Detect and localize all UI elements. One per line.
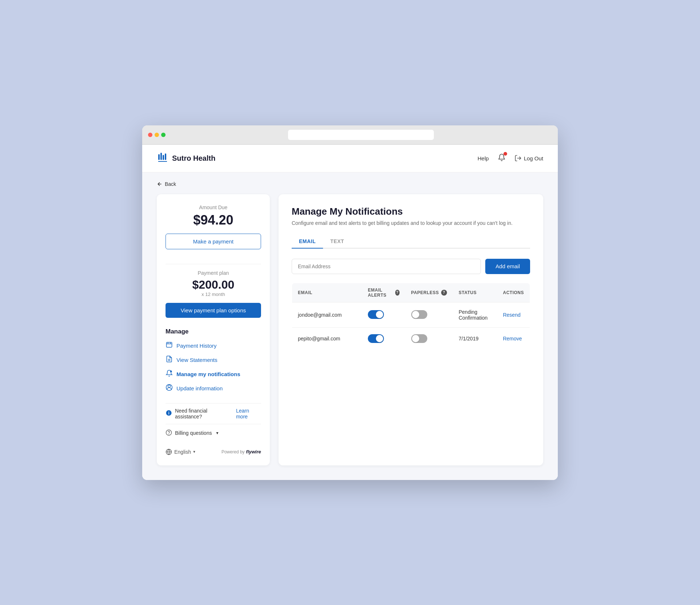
language-selector[interactable]: English ▾: [166, 449, 195, 455]
table-row: pepito@gmail.com: [292, 327, 530, 350]
billing-questions-label: Billing questions: [175, 430, 212, 436]
payment-history-label: Payment History: [176, 343, 217, 349]
alerts-toggle-1[interactable]: [368, 310, 384, 319]
billing-questions[interactable]: Billing questions ▾: [166, 429, 261, 437]
th-email: EMAIL: [292, 283, 362, 302]
financial-learn-more-link[interactable]: Learn more: [236, 408, 261, 419]
paperless-track-1[interactable]: [411, 310, 427, 319]
info-icon: [166, 410, 172, 417]
back-label: Back: [165, 181, 176, 187]
action-cell-2: Remove: [497, 327, 530, 350]
url-bar[interactable]: [288, 130, 434, 140]
toggle-track-1[interactable]: [368, 310, 384, 319]
paperless-thumb-2: [412, 335, 419, 342]
manage-links: Payment History View: [166, 341, 261, 393]
panel-title: Manage My Notifications: [292, 206, 530, 217]
manage-link-statements[interactable]: View Statements: [166, 355, 261, 364]
status-cell-1: Pending Confirmation: [453, 302, 497, 327]
th-actions: ACTIONS: [497, 283, 530, 302]
help-link[interactable]: Help: [478, 155, 489, 161]
financial-assist: Need financial assistance? Learn more: [166, 403, 261, 424]
tab-text[interactable]: TEXT: [323, 235, 351, 249]
svg-rect-1: [160, 153, 162, 160]
minimize-dot[interactable]: [155, 133, 159, 137]
left-panel: Amount Due $94.20 Make a payment Payment…: [157, 194, 270, 465]
toggle-thumb-1: [376, 311, 383, 318]
email-cell-1: jondoe@gmail.com: [292, 302, 362, 327]
email-alerts-help-icon[interactable]: ?: [395, 290, 400, 296]
svg-point-13: [170, 370, 172, 372]
language-label: English: [174, 449, 191, 455]
maximize-dot[interactable]: [161, 133, 166, 137]
payment-plan-label: Payment plan: [166, 270, 261, 276]
payment-plan-value: $200.00: [166, 278, 261, 292]
financial-text: Need financial assistance?: [175, 408, 233, 419]
status-badge-1: Pending Confirmation: [459, 309, 487, 321]
logout-button[interactable]: Log Out: [514, 155, 543, 162]
svg-rect-2: [163, 155, 164, 160]
right-panel: Manage My Notifications Configure email …: [279, 194, 543, 465]
back-link[interactable]: Back: [157, 181, 543, 187]
add-email-button[interactable]: Add email: [485, 259, 530, 274]
table-body: jondoe@gmail.com: [292, 302, 530, 350]
resend-link-1[interactable]: Resend: [503, 312, 520, 318]
paperless-track-2[interactable]: [411, 334, 427, 343]
th-status: STATUS: [453, 283, 497, 302]
alerts-toggle-cell-2: [362, 327, 405, 350]
update-info-label: Update information: [176, 385, 223, 391]
svg-point-14: [168, 385, 171, 387]
paperless-thumb-1: [412, 311, 419, 318]
notification-button[interactable]: [498, 153, 506, 163]
notifications-icon: [166, 370, 173, 379]
notification-badge: [503, 152, 507, 156]
manage-link-payment-history[interactable]: Payment History: [166, 341, 261, 350]
th-email-alerts: EMAIL ALERTS ?: [362, 283, 405, 302]
logo-icon: [157, 151, 168, 165]
browser-chrome: [142, 125, 558, 145]
main-content: Back Amount Due $94.20 Make a payment Pa…: [142, 172, 558, 480]
email-input[interactable]: [292, 259, 481, 274]
status-badge-2: 7/1/2019: [459, 336, 479, 341]
close-dot[interactable]: [148, 133, 152, 137]
svg-rect-7: [167, 342, 172, 347]
svg-rect-3: [165, 153, 166, 160]
amount-due-value: $94.20: [166, 212, 261, 228]
manage-section-title: Manage: [166, 328, 261, 335]
panel-subtitle: Configure email and text alerts to get b…: [292, 220, 530, 226]
manage-link-notifications[interactable]: Manage my notifications: [166, 370, 261, 379]
statements-icon: [166, 355, 173, 364]
app-header: Sutro Health Help Log: [142, 145, 558, 172]
svg-point-19: [166, 430, 172, 435]
paperless-toggle-cell-2: [405, 327, 453, 350]
logout-label: Log Out: [524, 155, 543, 161]
paperless-help-icon[interactable]: ?: [441, 290, 447, 296]
alerts-toggle-cell-1: [362, 302, 405, 327]
toggle-track-2[interactable]: [368, 334, 384, 343]
statements-label: View Statements: [176, 357, 217, 363]
paperless-toggle-1[interactable]: [411, 310, 427, 319]
payment-history-icon: [166, 341, 173, 350]
th-paperless: PAPERLESS ?: [405, 283, 453, 302]
email-table: EMAIL EMAIL ALERTS ? PAPERLESS: [292, 283, 530, 350]
tabs: EMAIL TEXT: [292, 235, 530, 249]
powered-by-text: Powered by: [221, 449, 244, 454]
toggle-thumb-2: [376, 335, 383, 342]
view-plan-button[interactable]: View payment plan options: [166, 303, 261, 318]
email-input-row: Add email: [292, 259, 530, 274]
paperless-toggle-cell-1: [405, 302, 453, 327]
flywire-brand: flywire: [246, 449, 261, 454]
notifications-label: Manage my notifications: [176, 371, 240, 377]
logo: Sutro Health: [157, 151, 215, 165]
status-cell-2: 7/1/2019: [453, 327, 497, 350]
manage-link-update-info[interactable]: Update information: [166, 384, 261, 393]
alerts-toggle-2[interactable]: [368, 334, 384, 343]
table-row: jondoe@gmail.com: [292, 302, 530, 327]
remove-link-2[interactable]: Remove: [503, 336, 522, 341]
make-payment-button[interactable]: Make a payment: [166, 234, 261, 249]
paperless-toggle-2[interactable]: [411, 334, 427, 343]
browser-dots: [148, 133, 166, 137]
tab-email[interactable]: EMAIL: [292, 235, 323, 249]
action-cell-1: Resend: [497, 302, 530, 327]
header-right: Help Log Out: [478, 153, 543, 163]
content-grid: Amount Due $94.20 Make a payment Payment…: [157, 194, 543, 465]
